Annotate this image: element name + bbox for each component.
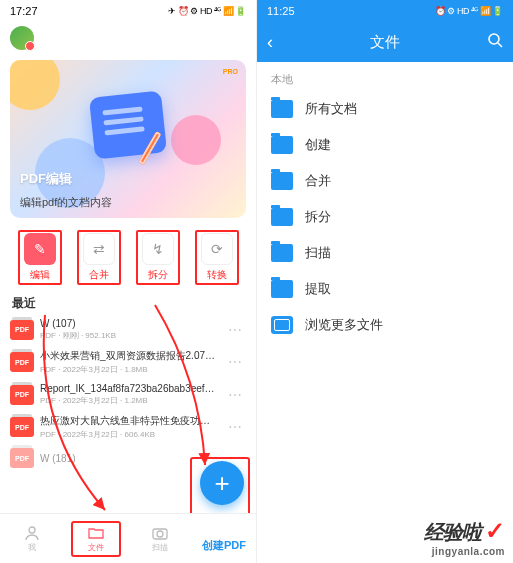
check-icon: ✓ — [485, 517, 505, 544]
pdf-icon: PDF — [10, 385, 34, 405]
back-icon[interactable]: ‹ — [267, 32, 291, 53]
watermark-url: jingyanla.com — [424, 546, 505, 557]
folder-label: 合并 — [305, 172, 331, 190]
folder-icon — [271, 100, 293, 118]
action-convert[interactable]: ⟳ 转换 — [195, 230, 239, 285]
file-row[interactable]: PDF 热应激对大鼠六线鱼非特异性免疫功… PDF · 2022年3月22日 ·… — [4, 410, 252, 444]
nav-label: 我 — [28, 542, 36, 553]
status-bar-left: 17:27 ✈ ⏰ ⚙ HD ⁴ᴳ 📶 🔋 — [0, 0, 256, 22]
convert-icon: ⟳ — [201, 233, 233, 265]
file-meta: PDF · 2022年3月22日 · 1.2MB — [40, 395, 218, 406]
folder-extract[interactable]: 提取 — [257, 271, 513, 307]
folder-label: 拆分 — [305, 208, 331, 226]
nav-me[interactable]: 我 — [7, 525, 57, 553]
folder-icon — [271, 280, 293, 298]
nav-create-pdf[interactable]: 创建PDF — [199, 524, 249, 553]
right-phone-screen: 11:25 ⏰ ⚙ HD ⁴ᴳ 📶 🔋 ‹ 文件 本地 所有文档 创建 合 — [257, 0, 513, 563]
action-edit[interactable]: ✎ 编辑 — [18, 230, 62, 285]
more-icon[interactable]: ⋯ — [224, 322, 246, 338]
folder-list: 所有文档 创建 合并 拆分 扫描 提取 — [257, 91, 513, 343]
pdf-icon: PDF — [10, 352, 34, 372]
folder-merge[interactable]: 合并 — [257, 163, 513, 199]
file-row[interactable]: PDF W (107) PDF · 刚刚 · 952.1KB ⋯ — [4, 314, 252, 345]
file-name: 小米效果营销_双周资源数据报告2.07-… — [40, 349, 218, 363]
folder-scan[interactable]: 扫描 — [257, 235, 513, 271]
folder-create[interactable]: 创建 — [257, 127, 513, 163]
browse-icon — [271, 316, 293, 334]
pdf-icon: PDF — [10, 448, 34, 468]
action-label: 编辑 — [30, 268, 50, 282]
nav-label: 扫描 — [152, 542, 168, 553]
svg-point-2 — [157, 531, 163, 537]
recent-file-list: PDF W (107) PDF · 刚刚 · 952.1KB ⋯ PDF 小米效… — [0, 314, 256, 472]
svg-line-4 — [498, 43, 502, 47]
svg-point-0 — [29, 527, 35, 533]
status-bar-right: 11:25 ⏰ ⚙ HD ⁴ᴳ 📶 🔋 — [257, 0, 513, 22]
more-icon[interactable]: ⋯ — [224, 354, 246, 370]
file-meta: PDF · 刚刚 · 952.1KB — [40, 330, 218, 341]
user-avatar[interactable] — [10, 26, 34, 50]
nav-files[interactable]: 文件 — [71, 521, 121, 557]
bottom-nav: 我 文件 扫描 创建PDF — [0, 513, 256, 563]
file-name: Report_IK_134af8fa723ba26bab3eef… — [40, 383, 218, 394]
folder-label: 扫描 — [305, 244, 331, 262]
svg-point-3 — [489, 34, 499, 44]
folder-icon — [88, 525, 104, 541]
document-icon — [89, 90, 167, 159]
watermark-text: 经验啦 — [424, 521, 481, 543]
status-icons: ⏰ ⚙ HD ⁴ᴳ 📶 🔋 — [435, 6, 503, 16]
edit-icon: ✎ — [24, 233, 56, 265]
more-icon[interactable]: ⋯ — [224, 419, 246, 435]
files-header: ‹ 文件 — [257, 22, 513, 62]
split-icon: ↯ — [142, 233, 174, 265]
user-icon — [24, 525, 40, 541]
action-split[interactable]: ↯ 拆分 — [136, 230, 180, 285]
left-phone-screen: 17:27 ✈ ⏰ ⚙ HD ⁴ᴳ 📶 🔋 PRO PDF编辑 编辑pdf的文档… — [0, 0, 257, 563]
folder-label: 提取 — [305, 280, 331, 298]
merge-icon: ⇄ — [83, 233, 115, 265]
hero-title: PDF编辑 — [20, 170, 72, 188]
file-name: 热应激对大鼠六线鱼非特异性免疫功… — [40, 414, 218, 428]
action-label: 合并 — [89, 268, 109, 282]
folder-icon — [271, 244, 293, 262]
browse-more-files[interactable]: 浏览更多文件 — [257, 307, 513, 343]
avatar-row — [0, 22, 256, 54]
camera-icon — [152, 525, 168, 541]
file-row[interactable]: PDF 小米效果营销_双周资源数据报告2.07-… PDF · 2022年3月2… — [4, 345, 252, 379]
folder-icon — [271, 208, 293, 226]
folder-label: 所有文档 — [305, 100, 357, 118]
nav-label: 创建PDF — [202, 538, 246, 553]
status-time: 17:27 — [10, 5, 38, 17]
watermark: 经验啦 ✓ jingyanla.com — [424, 517, 505, 557]
folder-split[interactable]: 拆分 — [257, 199, 513, 235]
folder-all-docs[interactable]: 所有文档 — [257, 91, 513, 127]
action-merge[interactable]: ⇄ 合并 — [77, 230, 121, 285]
plus-icon: + — [214, 468, 229, 499]
create-fab[interactable]: + — [200, 461, 244, 505]
recent-title: 最近 — [0, 287, 256, 314]
pdf-edit-hero-card[interactable]: PRO PDF编辑 编辑pdf的文档内容 — [10, 60, 246, 218]
folder-icon — [271, 172, 293, 190]
status-icons: ✈ ⏰ ⚙ HD ⁴ᴳ 📶 🔋 — [168, 6, 246, 16]
nav-scan[interactable]: 扫描 — [135, 525, 185, 553]
file-name: W (107) — [40, 318, 218, 329]
action-label: 转换 — [207, 268, 227, 282]
folder-label: 创建 — [305, 136, 331, 154]
file-row[interactable]: PDF Report_IK_134af8fa723ba26bab3eef… PD… — [4, 379, 252, 410]
folder-label: 浏览更多文件 — [305, 316, 383, 334]
section-label: 本地 — [257, 62, 513, 91]
file-meta: PDF · 2022年3月22日 · 606.4KB — [40, 429, 218, 440]
action-row: ✎ 编辑 ⇄ 合并 ↯ 拆分 ⟳ 转换 — [0, 224, 256, 287]
status-time: 11:25 — [267, 5, 295, 17]
header-title: 文件 — [291, 33, 479, 52]
search-icon[interactable] — [479, 32, 503, 52]
action-label: 拆分 — [148, 268, 168, 282]
pro-badge: PRO — [223, 68, 238, 75]
nav-label: 文件 — [88, 542, 104, 553]
folder-icon — [271, 136, 293, 154]
more-icon[interactable]: ⋯ — [224, 387, 246, 403]
pdf-icon: PDF — [10, 417, 34, 437]
hero-subtitle: 编辑pdf的文档内容 — [20, 195, 112, 210]
pdf-icon: PDF — [10, 320, 34, 340]
file-meta: PDF · 2022年3月22日 · 1.8MB — [40, 364, 218, 375]
